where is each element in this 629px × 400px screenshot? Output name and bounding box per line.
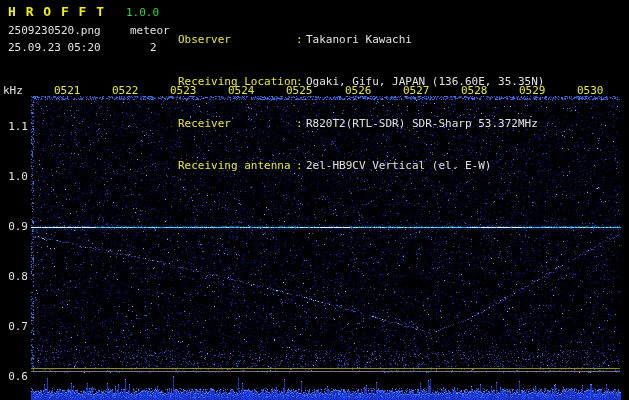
freq-label: 0.6 xyxy=(4,370,28,383)
info-row: Receiving antenna:2el-HB9CV Vertical (el… xyxy=(178,159,544,173)
info-colon: : xyxy=(296,117,306,131)
station-info: Observer:Takanori Kawachi Receiving Loca… xyxy=(178,5,544,201)
time-label: 0524 xyxy=(228,84,255,97)
info-label: Receiver xyxy=(178,117,296,131)
info-label: Receiving antenna xyxy=(178,159,296,173)
info-label: Observer xyxy=(178,33,296,47)
freq-label: 0.7 xyxy=(4,320,28,333)
app-version: 1.0.0 xyxy=(126,6,159,19)
echo-count: 2 xyxy=(150,41,157,54)
freq-label: 0.8 xyxy=(4,270,28,283)
info-row: Observer:Takanori Kawachi xyxy=(178,33,544,47)
freq-label: 1.0 xyxy=(4,170,28,183)
time-label: 0527 xyxy=(403,84,430,97)
time-label: 0526 xyxy=(345,84,372,97)
mode-label: meteor xyxy=(130,24,170,37)
info-value: 2el-HB9CV Vertical (el. E-W) xyxy=(306,159,491,173)
info-row: Receiver:R820T2(RTL-SDR) SDR-Sharp 53.37… xyxy=(178,117,544,131)
hrofft-window: H R O F F T 1.0.0 2509230520.png meteor … xyxy=(0,0,629,400)
time-label: 0523 xyxy=(170,84,197,97)
info-value: Takanori Kawachi xyxy=(306,33,412,47)
time-label: 0525 xyxy=(286,84,313,97)
info-colon: : xyxy=(296,33,306,47)
time-label: 0522 xyxy=(112,84,139,97)
info-colon: : xyxy=(296,159,306,173)
time-label: 0528 xyxy=(461,84,488,97)
freq-label: 1.1 xyxy=(4,120,28,133)
y-axis-unit: kHz xyxy=(3,84,23,97)
time-label: 0529 xyxy=(519,84,546,97)
info-value: R820T2(RTL-SDR) SDR-Sharp 53.372MHz xyxy=(306,117,538,131)
app-title: H R O F F T xyxy=(8,4,105,19)
time-label: 0530 xyxy=(577,84,604,97)
capture-datetime: 25.09.23 05:20 xyxy=(8,41,101,54)
output-filename: 2509230520.png xyxy=(8,24,101,37)
freq-label: 0.9 xyxy=(4,220,28,233)
time-label: 0521 xyxy=(54,84,81,97)
